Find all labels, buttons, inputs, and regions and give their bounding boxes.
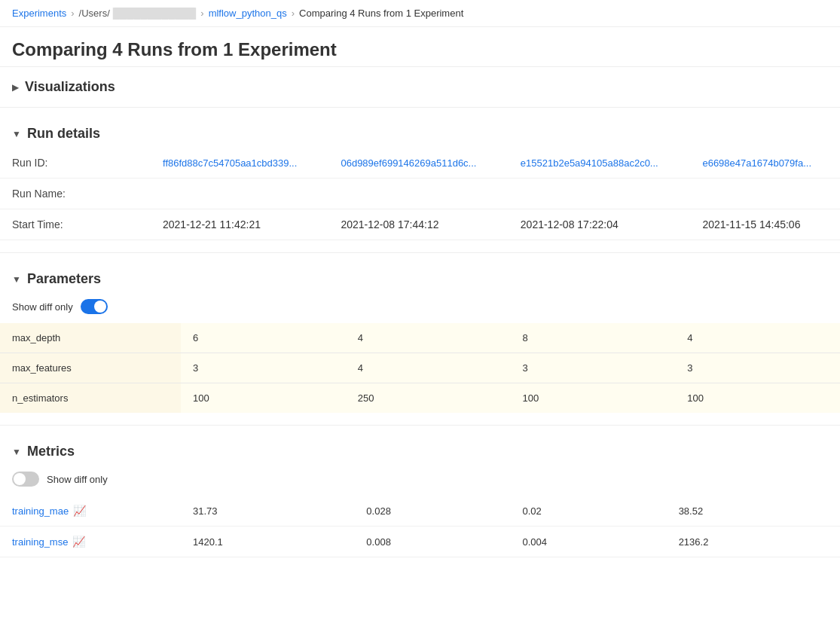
section-metrics: ▼ Metrics Show diff only training_mae 📈 … [0, 432, 840, 557]
breadcrumb-experiment[interactable]: mlflow_python_qs [209, 8, 287, 19]
run-id-link-1[interactable]: 06d989ef699146269a511d6c... [341, 157, 476, 169]
run-id-cell-0: ff86fd88c7c54705aa1cbd339... [151, 148, 328, 179]
parameters-arrow: ▼ [12, 274, 21, 285]
training-mse-link[interactable]: training_mse 📈 [12, 536, 169, 548]
run-name-label: Run Name: [0, 179, 151, 209]
visualizations-arrow: ▶ [12, 82, 19, 93]
metrics-arrow: ▼ [12, 447, 21, 457]
training-mae-label: training_mae [12, 505, 69, 517]
section-parameters: ▼ Parameters Show diff only max_depth 6 … [0, 259, 840, 426]
param-name-max-features: max_features [0, 353, 181, 383]
run-name-cell-1 [328, 179, 508, 209]
run-id-link-2[interactable]: e15521b2e5a94105a88ac2c0... [521, 157, 658, 169]
metrics-show-diff-toggle[interactable] [12, 472, 39, 487]
params-show-diff-toggle[interactable] [81, 299, 108, 314]
parameters-header[interactable]: ▼ Parameters [0, 259, 840, 293]
metric-row-training-mse: training_mse 📈 1420.1 0.008 0.004 2136.2 [0, 527, 840, 557]
breadcrumb-users: /Users/ [79, 8, 110, 19]
start-time-cell-0: 2021-12-21 11:42:21 [151, 209, 328, 240]
metric-val-mse-0: 1420.1 [181, 527, 354, 557]
run-name-row: Run Name: [0, 179, 840, 209]
metric-val-mse-1: 0.008 [354, 527, 510, 557]
metric-name-training-mae: training_mae 📈 [0, 496, 181, 527]
visualizations-title: Visualizations [25, 79, 115, 95]
run-details-table: Run ID: ff86fd88c7c54705aa1cbd339... 06d… [0, 148, 840, 240]
run-details-arrow: ▼ [12, 129, 21, 139]
start-time-row: Start Time: 2021-12-21 11:42:21 2021-12-… [0, 209, 840, 240]
param-name-max-depth: max_depth [0, 323, 181, 353]
run-id-cell-3: e6698e47a1674b079fa... [690, 148, 840, 179]
param-val-max-depth-1: 4 [346, 323, 511, 353]
param-val-max-features-2: 3 [511, 353, 676, 383]
breadcrumb: Experiments › /Users/ ████████████ › mlf… [0, 0, 840, 27]
metrics-toggle-row: Show diff only [0, 466, 840, 496]
metrics-header[interactable]: ▼ Metrics [0, 432, 840, 466]
metric-val-mse-3: 2136.2 [667, 527, 840, 557]
run-id-link-3[interactable]: e6698e47a1674b079fa... [702, 157, 811, 169]
param-val-n-estimators-3: 100 [675, 383, 840, 414]
param-val-max-depth-0: 6 [181, 323, 346, 353]
metric-row-training-mae: training_mae 📈 31.73 0.028 0.02 38.52 [0, 496, 840, 527]
param-val-max-depth-3: 4 [675, 323, 840, 353]
breadcrumb-current: Comparing 4 Runs from 1 Experiment [299, 8, 463, 19]
run-id-cell-2: e15521b2e5a94105a88ac2c0... [509, 148, 691, 179]
start-time-label: Start Time: [0, 209, 151, 240]
metric-val-mae-2: 0.02 [510, 496, 666, 527]
training-mae-chart-icon: 📈 [73, 505, 86, 517]
metric-name-training-mse: training_mse 📈 [0, 527, 181, 557]
breadcrumb-sep-3: › [292, 8, 295, 19]
parameters-title: Parameters [27, 271, 101, 287]
metric-val-mae-0: 31.73 [181, 496, 354, 527]
param-row-max-depth: max_depth 6 4 8 4 [0, 323, 840, 353]
metrics-show-diff-label: Show diff only [47, 474, 108, 485]
param-row-max-features: max_features 3 4 3 3 [0, 353, 840, 383]
run-details-title: Run details [27, 126, 100, 142]
param-row-n-estimators: n_estimators 100 250 100 100 [0, 383, 840, 414]
run-details-header[interactable]: ▼ Run details [0, 114, 840, 148]
run-id-label: Run ID: [0, 148, 151, 179]
metrics-table: training_mae 📈 31.73 0.028 0.02 38.52 tr… [0, 496, 840, 557]
params-show-diff-label: Show diff only [12, 301, 73, 313]
param-val-max-features-1: 4 [346, 353, 511, 383]
params-toggle-row: Show diff only [0, 293, 840, 323]
section-run-details: ▼ Run details Run ID: ff86fd88c7c54705aa… [0, 114, 840, 253]
breadcrumb-blur: ████████████ [113, 8, 197, 19]
param-val-n-estimators-1: 250 [346, 383, 511, 414]
param-val-max-features-3: 3 [675, 353, 840, 383]
run-id-link-0[interactable]: ff86fd88c7c54705aa1cbd339... [163, 157, 297, 169]
training-mse-chart-icon: 📈 [72, 536, 85, 548]
param-val-max-depth-2: 8 [511, 323, 676, 353]
metrics-title: Metrics [27, 444, 75, 459]
breadcrumb-sep-2: › [200, 8, 203, 19]
section-visualizations: ▶ Visualizations [0, 67, 840, 108]
breadcrumb-sep-1: › [71, 8, 74, 19]
metric-val-mae-1: 0.028 [354, 496, 510, 527]
run-id-cell-1: 06d989ef699146269a511d6c... [328, 148, 508, 179]
metric-val-mse-2: 0.004 [510, 527, 666, 557]
breadcrumb-experiments[interactable]: Experiments [12, 8, 66, 19]
run-name-cell-0 [151, 179, 328, 209]
training-mae-link[interactable]: training_mae 📈 [12, 505, 169, 517]
param-val-max-features-0: 3 [181, 353, 346, 383]
params-toggle-slider [81, 299, 108, 314]
training-mse-label: training_mse [12, 536, 68, 548]
start-time-cell-1: 2021-12-08 17:44:12 [328, 209, 508, 240]
param-val-n-estimators-0: 100 [181, 383, 346, 414]
visualizations-header[interactable]: ▶ Visualizations [0, 67, 840, 101]
param-name-n-estimators: n_estimators [0, 383, 181, 414]
run-name-cell-3 [690, 179, 840, 209]
page-title: Comparing 4 Runs from 1 Experiment [0, 27, 840, 67]
start-time-cell-3: 2021-11-15 14:45:06 [690, 209, 840, 240]
run-name-cell-2 [509, 179, 691, 209]
run-id-row: Run ID: ff86fd88c7c54705aa1cbd339... 06d… [0, 148, 840, 179]
metrics-toggle-slider [12, 472, 39, 487]
param-val-n-estimators-2: 100 [511, 383, 676, 414]
metric-val-mae-3: 38.52 [667, 496, 840, 527]
parameters-table: max_depth 6 4 8 4 max_features 3 4 3 3 n… [0, 323, 840, 413]
start-time-cell-2: 2021-12-08 17:22:04 [509, 209, 691, 240]
